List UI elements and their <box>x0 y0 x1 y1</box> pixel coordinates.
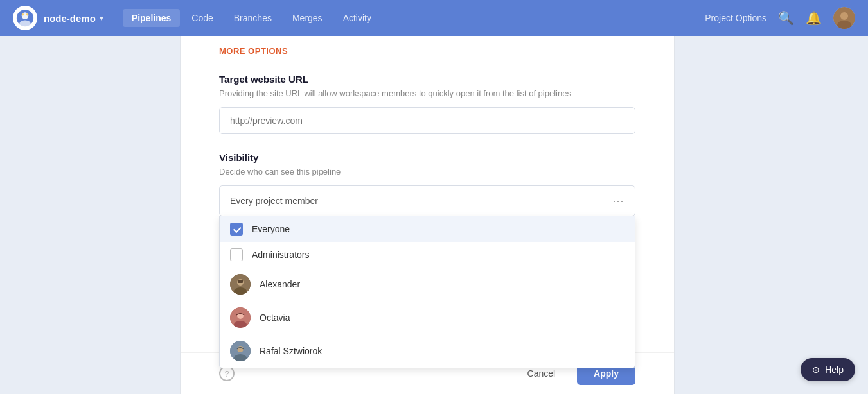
svg-point-16 <box>237 346 244 352</box>
app-logo[interactable] <box>13 6 37 30</box>
svg-point-1 <box>22 12 29 19</box>
target-url-desc: Providing the site URL will allow worksp… <box>219 89 635 98</box>
avatar-rafal <box>230 341 251 361</box>
target-url-input[interactable] <box>219 107 635 134</box>
option-label-administrators: Administrators <box>252 250 309 260</box>
svg-point-4 <box>26 13 29 16</box>
checkbox-administrators <box>230 248 243 261</box>
project-selector[interactable]: node-demo ▾ <box>44 13 103 24</box>
help-fab-label: Help <box>825 364 844 375</box>
option-label-alexander: Alexander <box>260 279 300 289</box>
avatar-octavia <box>230 307 251 328</box>
nav-pipelines[interactable]: Pipelines <box>123 9 180 27</box>
dropdown-option-everyone[interactable]: Everyone <box>220 216 635 242</box>
dropdown-dots-icon: ⋯ <box>612 194 624 208</box>
visibility-desc: Decide who can see this pipeline <box>219 167 635 176</box>
checkbox-everyone <box>230 223 243 236</box>
dropdown-option-octavia[interactable]: Octavia <box>220 301 635 334</box>
more-options-link[interactable]: MORE OPTIONS <box>219 36 635 56</box>
target-url-section: Target website URL Providing the site UR… <box>219 74 635 134</box>
visibility-dropdown-trigger[interactable]: Every project member ⋯ <box>219 185 635 216</box>
dropdown-option-rafal[interactable]: Rafal Sztwiorok <box>220 334 635 368</box>
navbar-right: Project Options 🔍 🔔 <box>705 7 855 29</box>
target-url-title: Target website URL <box>219 74 635 85</box>
svg-point-6 <box>840 12 848 20</box>
page-content: MORE OPTIONS Target website URL Providin… <box>0 36 868 394</box>
avatar-alexander <box>230 274 251 295</box>
navbar: node-demo ▾ Pipelines Code Branches Merg… <box>0 0 868 36</box>
user-avatar[interactable] <box>833 7 855 29</box>
main-nav: Pipelines Code Branches Merges Activity <box>123 9 705 27</box>
nav-merges[interactable]: Merges <box>283 9 332 27</box>
svg-point-2 <box>19 21 31 28</box>
option-label-everyone: Everyone <box>252 224 290 234</box>
chevron-down-icon: ▾ <box>100 14 103 22</box>
nav-code[interactable]: Code <box>182 9 222 27</box>
svg-point-3 <box>22 13 24 16</box>
visibility-dropdown-wrapper: Every project member ⋯ Everyone Administ… <box>219 185 635 216</box>
settings-panel: MORE OPTIONS Target website URL Providin… <box>180 36 675 394</box>
dropdown-option-administrators[interactable]: Administrators <box>220 242 635 268</box>
option-label-octavia: Octavia <box>260 313 290 323</box>
help-fab[interactable]: ⊙ Help <box>801 358 855 381</box>
search-icon[interactable]: 🔍 <box>778 10 794 26</box>
notifications-icon[interactable]: 🔔 <box>806 10 822 26</box>
dropdown-placeholder: Every project member <box>230 196 318 206</box>
project-name: node-demo <box>44 13 96 24</box>
project-options-link[interactable]: Project Options <box>705 13 766 23</box>
nav-activity[interactable]: Activity <box>334 9 380 27</box>
option-label-rafal: Rafal Sztwiorok <box>260 346 322 356</box>
svg-rect-11 <box>238 280 243 283</box>
help-fab-icon: ⊙ <box>812 364 820 375</box>
visibility-title: Visibility <box>219 152 635 163</box>
visibility-dropdown-list: Everyone Administrators <box>219 216 635 368</box>
visibility-section: Visibility Decide who can see this pipel… <box>219 152 635 216</box>
nav-branches[interactable]: Branches <box>225 9 281 27</box>
dropdown-option-alexander[interactable]: Alexander <box>220 268 635 301</box>
